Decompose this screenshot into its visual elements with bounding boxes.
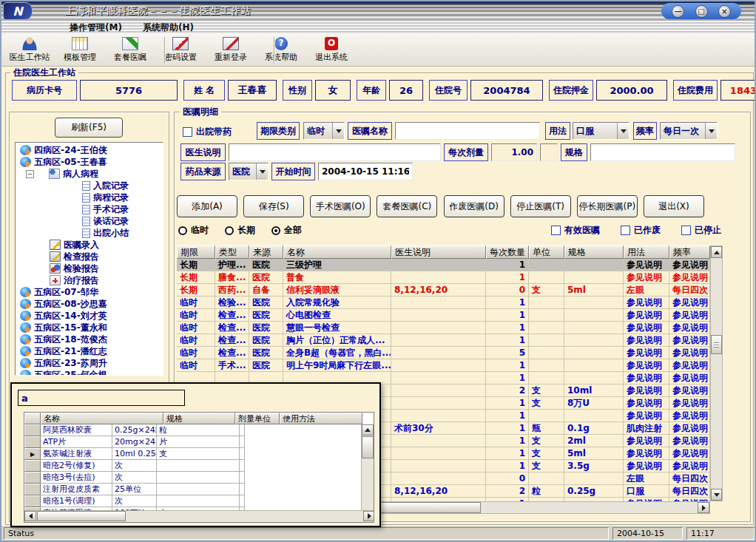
patient-tree[interactable]: 四病区-24-王伯侠 五病区-05-王春喜 病人病程 入院记录 [15,142,163,376]
orders-column-header[interactable]: 单位 [529,245,564,259]
tree-item[interactable]: 手术记录 [16,203,163,215]
orders-column-header[interactable]: 期限 [177,245,215,259]
close-button[interactable]: × [718,5,731,18]
action-button[interactable]: 停止医嘱(T) [510,195,571,217]
orders-column-header[interactable]: 类型 [215,245,249,259]
order-row[interactable]: 长期 护理... 医院 三级护理 1 参见说明 参见说明 [177,259,710,271]
action-button[interactable]: 保存(S) [243,195,304,217]
dropdown-arrow-icon[interactable] [256,163,268,180]
drug-vertical-scrollbar[interactable] [361,424,374,512]
drug-column-header[interactable]: 规格 [163,413,235,424]
tree-item[interactable]: 五病区-15-董永和 [16,322,163,333]
scroll-up-icon[interactable] [362,424,374,436]
orders-vertical-scrollbar[interactable] [710,245,723,501]
tree-item[interactable]: 入院记录 [16,180,163,192]
doctor-note-input[interactable] [229,143,441,161]
radio-icon[interactable] [225,226,234,235]
drug-search-input[interactable] [18,390,185,406]
tree-item[interactable]: 五病区-07-邹华 [16,286,163,298]
tree-item[interactable]: 病人病程 [16,168,163,180]
drug-row[interactable]: ATP片 20mg×24片 片 [24,436,362,448]
scroll-up-icon[interactable] [711,246,722,258]
filter-radio[interactable]: 长期 [225,224,255,237]
tree-item[interactable]: 五病区-25-何金根 [16,369,163,376]
drug-row[interactable]: 暗疮1号(调理) 次 [24,495,362,507]
order-row[interactable]: 临时 检查... 医院 慧眼一号检查 1 参见说明 参见说明 [177,322,710,334]
tree-item[interactable]: 五病区-05-王春喜 [16,156,163,168]
filter-checkbox[interactable]: 已作废 [621,224,661,237]
dropdown-arrow-icon[interactable] [705,123,717,139]
radio-icon[interactable] [178,226,187,235]
tree-item[interactable]: 出院小结 [16,227,163,239]
tree-item[interactable]: 检查报告 [16,251,163,262]
term-type-select[interactable]: 临时 [303,122,345,140]
dose-value[interactable]: 1.00 [491,143,537,161]
filter-checkbox[interactable]: 有效医嘱 [551,224,600,237]
tree-item[interactable]: 五病区-18-范俊杰 [16,333,163,345]
toolbar-button[interactable]: 模板管理 [55,35,105,65]
dose-unit-box[interactable] [540,143,558,161]
drug-source-select[interactable]: 医院 [229,163,269,180]
toolbar-button[interactable]: 重新登录 [206,35,256,65]
dropdown-arrow-icon[interactable] [617,123,629,139]
toolbar-button[interactable]: 医生工作站 [4,35,55,65]
drug-column-header[interactable]: 名称 [41,413,163,424]
scroll-right-icon[interactable] [698,502,709,513]
order-row[interactable]: 临时 检查... 医院 全身B超（每器官，黑白... 5 参见说明 参见说明 [177,347,710,359]
drug-row[interactable]: 暗疮2号(修复) 次 [24,460,362,472]
horizontal-scroll-thumb[interactable] [37,511,126,521]
checkbox-icon[interactable] [183,127,192,137]
tree-item[interactable]: 病程记录 [16,192,163,203]
dropdown-arrow-icon[interactable] [332,123,344,139]
start-time-input[interactable] [318,163,413,180]
minimize-button[interactable]: — [672,5,684,18]
tree-item[interactable]: 治疗报告 [16,274,163,286]
tree-item[interactable]: 五病区-23-苏周升 [16,357,163,369]
vertical-scroll-thumb[interactable] [711,335,722,354]
tree-item[interactable]: 检验报告 [16,262,163,274]
checkbox-icon[interactable] [681,226,691,235]
orders-column-header[interactable]: 每次数量 [486,245,529,259]
checkbox-icon[interactable] [621,226,630,235]
drug-row[interactable]: 注射用促皮质素 25单位 [24,484,362,495]
radio-icon[interactable] [271,226,280,235]
tree-item[interactable]: 五病区-14-刘才英 [16,310,163,322]
refresh-button[interactable]: 刷新(F5) [55,118,123,138]
orders-column-header[interactable]: 名称 [283,245,391,259]
orders-column-header[interactable]: 用法 [624,245,669,259]
order-row[interactable]: 临时 检查... 医院 心电图检查 1 参见说明 参见说明 [177,309,710,322]
checkbox-icon[interactable] [551,226,561,235]
order-row[interactable]: 临时 手术... 医院 明上午9时局麻下行左眼... 1 参见说明 参见说明 [177,359,710,372]
action-button[interactable]: 停长期医嘱(P) [577,195,638,217]
orders-column-header[interactable]: 来源 [249,245,283,259]
scroll-left-icon[interactable] [24,511,36,521]
filter-radio[interactable]: 临时 [178,224,209,237]
orders-column-header[interactable]: 规格 [564,245,624,259]
order-row[interactable]: 长期 膳食... 医院 普食 1 参见说明 参见说明 [177,271,710,284]
toolbar-button[interactable]: 系统帮助 [256,35,306,65]
drug-horizontal-scrollbar[interactable] [24,510,374,522]
vertical-scroll-thumb[interactable] [362,436,374,458]
restore-button[interactable]: □ [695,5,708,18]
scroll-down-icon[interactable] [711,489,722,501]
action-button[interactable]: 套餐医嘱(C) [377,195,437,217]
drug-row[interactable]: 阿莫西林胶囊 0.25g×24粒 粒 [24,424,362,436]
usage-select[interactable]: 口服 [573,122,630,140]
action-button[interactable]: 作废医嘱(D) [444,195,504,217]
action-button[interactable]: 添加(A) [177,195,237,217]
action-button[interactable]: 退出(X) [644,195,704,217]
toolbar-button[interactable]: 密码设置 [155,35,206,65]
orders-column-header[interactable]: 医生说明 [391,245,486,259]
frequency-select[interactable]: 每日一次 [660,122,718,140]
filter-checkbox[interactable]: 已停止 [681,224,721,237]
tree-item[interactable]: 五病区-21-潘红志 [16,345,163,357]
drug-column-header[interactable]: 使用方法 [280,413,362,424]
filter-radio[interactable]: 全部 [271,224,302,237]
discharge-med-checkbox[interactable]: 出院带药 [183,126,232,138]
order-row[interactable]: 长期 西药... 自备 信利妥滴眼液 8,12,16,20 0 支 5ml 左眼… [177,284,710,297]
tree-item[interactable]: 医嘱录入 [16,239,163,251]
menu-item[interactable]: 操作管理(M) [70,21,122,34]
order-row[interactable]: 临时 检查... 医院 胸片（正位）正常成人... 1 参见说明 参见说明 [177,334,710,347]
toolbar-button[interactable]: 退出系统 [306,35,357,65]
drug-column-header[interactable]: 剂量单位 [235,413,280,424]
